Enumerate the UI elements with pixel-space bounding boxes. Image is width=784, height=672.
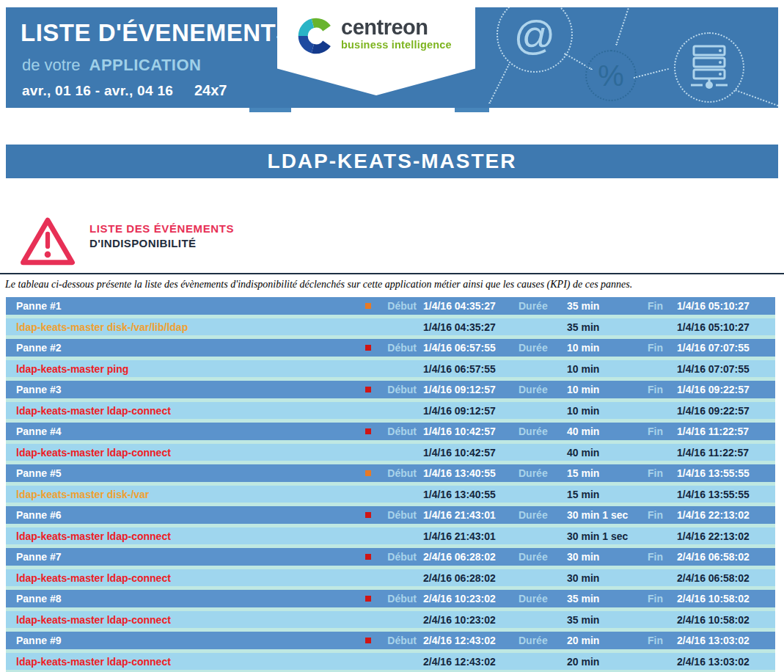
event-group: Panne #6 Début 1/4/16 21:43:01 Durée 30 … bbox=[6, 506, 775, 548]
application-banner: LDAP-KEATS-MASTER bbox=[6, 145, 778, 178]
kpi-start-value: 1/4/16 09:12:57 bbox=[423, 405, 519, 417]
kpi-end-value: 2/4/16 06:58:02 bbox=[677, 572, 775, 584]
duration-value: 35 min bbox=[567, 593, 648, 605]
description-text: Le tableau ci-dessous présente la liste … bbox=[5, 279, 632, 291]
centreon-logo-icon bbox=[296, 16, 336, 56]
kpi-duration-value: 30 min bbox=[567, 572, 648, 584]
kpi-name: ldap-keats-master ldap-connect bbox=[6, 530, 365, 542]
event-detail-row: ldap-keats-master disk-/var 1/4/16 13:40… bbox=[6, 486, 775, 503]
kpi-end-value: 2/4/16 13:03:02 bbox=[677, 656, 775, 668]
header-edge-tab-left bbox=[249, 108, 291, 112]
kpi-name: ldap-keats-master ldap-connect bbox=[6, 614, 365, 626]
end-value: 2/4/16 13:03:02 bbox=[677, 635, 775, 646]
end-label: Fin bbox=[648, 426, 677, 437]
event-name: Panne #4 bbox=[6, 426, 365, 437]
severity-icon bbox=[365, 428, 371, 434]
kpi-start-value: 2/4/16 10:23:02 bbox=[423, 614, 519, 626]
kpi-duration-value: 40 min bbox=[567, 447, 648, 459]
duration-label: Durée bbox=[519, 509, 567, 521]
start-value: 2/4/16 10:23:02 bbox=[423, 593, 519, 605]
report-title: LISTE D'ÉVENEMENTS bbox=[21, 19, 293, 47]
start-value: 1/4/16 06:57:55 bbox=[423, 342, 519, 354]
logo-text: centreon business intelligence bbox=[341, 16, 452, 51]
kpi-duration-value: 10 min bbox=[567, 363, 648, 375]
kpi-name: ldap-keats-master ldap-connect bbox=[6, 405, 365, 417]
start-value: 1/4/16 04:35:27 bbox=[423, 300, 519, 312]
duration-label: Durée bbox=[519, 384, 567, 395]
event-detail-row: ldap-keats-master ldap-connect 2/4/16 12… bbox=[6, 653, 775, 670]
event-header-row: Panne #2 Début 1/4/16 06:57:55 Durée 10 … bbox=[6, 339, 775, 357]
end-label: Fin bbox=[648, 635, 677, 646]
start-value: 2/4/16 06:28:02 bbox=[423, 551, 519, 563]
end-label: Fin bbox=[648, 551, 677, 563]
start-label: Début bbox=[378, 509, 417, 521]
duration-label: Durée bbox=[519, 426, 567, 437]
events-table: Panne #1 Début 1/4/16 04:35:27 Durée 35 … bbox=[6, 297, 775, 672]
icon-spacer bbox=[365, 324, 371, 330]
event-name: Panne #5 bbox=[6, 467, 365, 479]
icon-spacer bbox=[365, 408, 371, 414]
event-detail-row: ldap-keats-master disk-/var/lib/ldap 1/4… bbox=[6, 318, 775, 335]
kpi-start-value: 1/4/16 21:43:01 bbox=[423, 530, 519, 542]
event-name: Panne #6 bbox=[6, 509, 365, 521]
start-label: Début bbox=[378, 300, 417, 312]
event-header-row: Panne #5 Début 1/4/16 13:40:55 Durée 15 … bbox=[6, 464, 775, 482]
severity-icon bbox=[365, 512, 371, 518]
kpi-name: ldap-keats-master ping bbox=[6, 363, 365, 375]
kpi-name: ldap-keats-master ldap-connect bbox=[6, 447, 365, 459]
connector-line bbox=[615, 7, 631, 45]
event-header-row: Panne #3 Début 1/4/16 09:12:57 Durée 10 … bbox=[6, 381, 775, 398]
event-group: Panne #8 Début 2/4/16 10:23:02 Durée 35 … bbox=[6, 590, 775, 632]
kpi-duration-value: 35 min bbox=[567, 321, 648, 333]
duration-value: 15 min bbox=[567, 467, 648, 479]
kpi-duration-value: 10 min bbox=[567, 405, 648, 417]
duration-label: Durée bbox=[519, 300, 567, 312]
at-icon: @ bbox=[497, 7, 573, 73]
duration-label: Durée bbox=[519, 342, 567, 354]
end-value: 1/4/16 05:10:27 bbox=[677, 300, 775, 312]
kpi-end-value: 1/4/16 05:10:27 bbox=[677, 321, 775, 333]
duration-label: Durée bbox=[519, 635, 567, 646]
start-value: 1/4/16 10:42:57 bbox=[423, 426, 519, 437]
duration-label: Durée bbox=[519, 551, 567, 563]
event-detail-row: ldap-keats-master ldap-connect 1/4/16 10… bbox=[6, 444, 775, 461]
event-group: Panne #5 Début 1/4/16 13:40:55 Durée 15 … bbox=[6, 464, 775, 506]
duration-label: Durée bbox=[519, 593, 567, 605]
duration-label: Durée bbox=[519, 467, 567, 479]
severity-icon bbox=[365, 596, 371, 602]
event-group: Panne #7 Début 2/4/16 06:28:02 Durée 30 … bbox=[6, 548, 775, 590]
connector-line bbox=[634, 68, 669, 78]
start-label: Début bbox=[378, 593, 417, 605]
event-detail-row: ldap-keats-master ldap-connect 1/4/16 09… bbox=[6, 402, 775, 419]
start-value: 1/4/16 09:12:57 bbox=[423, 384, 519, 395]
icon-spacer bbox=[365, 450, 371, 456]
kpi-name: ldap-keats-master ldap-connect bbox=[6, 572, 365, 584]
end-value: 1/4/16 07:07:55 bbox=[677, 342, 775, 354]
start-label: Début bbox=[378, 384, 417, 395]
end-value: 2/4/16 10:58:02 bbox=[677, 593, 775, 605]
event-group: Panne #9 Début 2/4/16 12:43:02 Durée 20 … bbox=[6, 632, 775, 672]
connector-line bbox=[735, 90, 778, 106]
event-detail-row: ldap-keats-master ldap-connect 2/4/16 06… bbox=[6, 569, 775, 586]
event-detail-row: ldap-keats-master ldap-connect 1/4/16 21… bbox=[6, 527, 775, 544]
server-icon-glyph bbox=[686, 44, 732, 91]
at-glyph: @ bbox=[514, 11, 556, 59]
kpi-end-value: 1/4/16 07:07:55 bbox=[677, 363, 775, 375]
start-value: 2/4/16 12:43:02 bbox=[423, 635, 519, 646]
duration-value: 10 min bbox=[567, 342, 648, 354]
start-value: 1/4/16 13:40:55 bbox=[423, 467, 519, 479]
kpi-start-value: 1/4/16 10:42:57 bbox=[423, 447, 519, 459]
end-value: 1/4/16 09:22:57 bbox=[677, 384, 775, 395]
duration-value: 35 min bbox=[567, 300, 648, 312]
warning-triangle-icon bbox=[19, 216, 76, 270]
connector-line bbox=[488, 64, 510, 104]
event-header-row: Panne #8 Début 2/4/16 10:23:02 Durée 35 … bbox=[6, 590, 775, 607]
severity-icon bbox=[365, 554, 371, 560]
kpi-start-value: 2/4/16 12:43:02 bbox=[423, 656, 519, 668]
percent-icon: % bbox=[585, 50, 637, 101]
kpi-start-value: 1/4/16 13:40:55 bbox=[423, 489, 519, 500]
warning-heading-line1: LISTE DES ÉVÉNEMENTS bbox=[89, 222, 234, 235]
kpi-end-value: 1/4/16 22:13:02 bbox=[677, 530, 775, 542]
event-name: Panne #1 bbox=[6, 300, 365, 312]
kpi-duration-value: 30 min 1 sec bbox=[567, 530, 648, 542]
